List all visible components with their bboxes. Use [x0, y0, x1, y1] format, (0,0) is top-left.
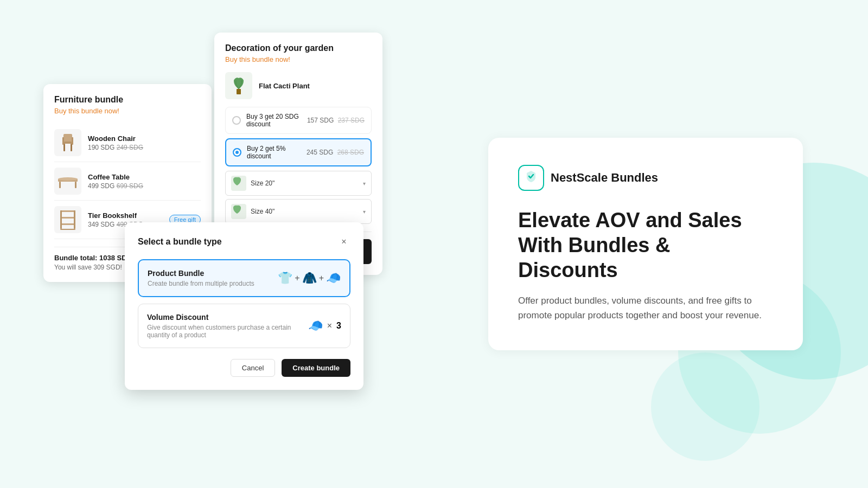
mockup-area: Furniture bundle Buy this bundle now! Wo… [0, 0, 423, 488]
furniture-buy-link[interactable]: Buy this bundle now! [54, 107, 201, 115]
heading-line-2: With Bundles & Discounts [518, 234, 670, 281]
garden-option-1[interactable]: Buy 3 get 20 SDG discount 157 SDG 237 SD… [225, 107, 372, 134]
table-image [54, 168, 81, 195]
product-bundle-name: Product Bundle [148, 269, 278, 278]
option-2-label: Buy 2 get 5% discount [247, 145, 307, 160]
plant-image [225, 72, 252, 99]
svg-rect-0 [63, 134, 72, 142]
info-card: NestScale Bundles Elevate AOV and Sales … [488, 138, 803, 350]
create-bundle-button[interactable]: Create bundle [282, 359, 350, 377]
product-bundle-info: Product Bundle Create bundle from multip… [148, 269, 278, 287]
multiply-icon: × [327, 321, 332, 331]
chair-image [54, 129, 81, 156]
modal-footer: Cancel Create bundle [138, 359, 350, 377]
product-bundle-option[interactable]: Product Bundle Create bundle from multip… [138, 259, 350, 297]
jacket-icon: 🧥 [302, 271, 317, 285]
table-price: 499 SDG 699 SDG [88, 182, 201, 190]
brand-logo [518, 165, 544, 191]
radio-1[interactable] [232, 116, 241, 125]
svg-rect-15 [60, 229, 75, 230]
hat-icon: 🧢 [326, 271, 341, 285]
svg-rect-2 [63, 144, 65, 151]
svg-rect-8 [75, 182, 76, 188]
product-row-table: Coffee Table 499 SDG 699 SDG [54, 162, 201, 201]
table-info: Coffee Table 499 SDG 699 SDG [88, 173, 201, 190]
chevron-down-icon: ▾ [363, 181, 366, 187]
svg-rect-12 [60, 223, 75, 225]
option-1-label: Buy 3 get 20 SDG discount [246, 113, 307, 128]
svg-rect-5 [72, 137, 73, 145]
cancel-button[interactable]: Cancel [231, 359, 275, 377]
garden-option-2[interactable]: Buy 2 get 5% discount 245 SDG 268 SDG [225, 138, 372, 166]
svg-rect-3 [71, 144, 72, 151]
volume-discount-icon: 🧢 × 3 [308, 319, 341, 333]
variant-row-1[interactable]: Size 20" ▾ [225, 171, 372, 196]
volume-discount-option[interactable]: Volume Discount Give discount when custo… [138, 304, 350, 348]
svg-rect-10 [60, 210, 75, 212]
svg-rect-13 [60, 210, 62, 229]
svg-rect-11 [60, 217, 75, 219]
chair-price: 190 SDG 249 SDG [88, 144, 201, 151]
product-bundle-icon: 👕 + 🧥 + 🧢 [278, 271, 341, 285]
tshirt-icon: 👕 [278, 271, 292, 285]
variant-2-image [231, 204, 246, 219]
plus-icon-2: + [319, 273, 324, 283]
volume-discount-info: Volume Discount Give discount when custo… [147, 313, 308, 339]
variant-1-image [231, 176, 246, 191]
quantity-number: 3 [336, 321, 341, 331]
product-row-chair: Wooden Chair 190 SDG 249 SDG [54, 124, 201, 162]
brand-name: NestScale Bundles [551, 171, 658, 185]
plant-name: Flat Cacti Plant [259, 82, 310, 90]
volume-discount-desc: Give discount when customers purchase a … [147, 324, 308, 339]
option-1-price: 157 SDG 237 SDG [307, 117, 365, 124]
table-name: Coffee Table [88, 173, 201, 181]
svg-rect-14 [74, 210, 75, 229]
option-2-price: 245 SDG 268 SDG [307, 149, 364, 156]
garden-buy-link[interactable]: Buy this bundle now! [225, 55, 372, 63]
bundle-type-modal: Select a bundle type × Product Bundle Cr… [125, 222, 363, 390]
volume-discount-name: Volume Discount [147, 313, 308, 322]
shelf-image [54, 206, 81, 233]
modal-title: Select a bundle type [138, 237, 222, 247]
chevron-down-icon-2: ▾ [363, 209, 366, 215]
variant-2-label: Size 40" [251, 208, 363, 215]
variant-1-label: Size 20" [251, 179, 363, 187]
info-panel: NestScale Bundles Elevate AOV and Sales … [423, 116, 868, 371]
variant-row-2[interactable]: Size 40" ▾ [225, 199, 372, 224]
radio-2[interactable] [233, 148, 241, 157]
furniture-card-title: Furniture bundle [54, 95, 201, 105]
chair-info: Wooden Chair 190 SDG 249 SDG [88, 134, 201, 151]
modal-header: Select a bundle type × [138, 235, 350, 248]
svg-point-9 [58, 177, 78, 181]
svg-rect-7 [59, 182, 61, 188]
plus-icon-1: + [295, 273, 299, 283]
garden-card-title: Decoration of your garden [225, 43, 372, 53]
product-bundle-desc: Create bundle from multiple products [148, 280, 278, 287]
brand-logo-icon [524, 169, 539, 187]
svg-rect-4 [62, 137, 64, 145]
hat-icon-2: 🧢 [308, 319, 323, 333]
main-container: Furniture bundle Buy this bundle now! Wo… [0, 0, 868, 488]
main-heading: Elevate AOV and Sales With Bundles & Dis… [518, 208, 773, 282]
brand-header: NestScale Bundles [518, 165, 773, 191]
chair-name: Wooden Chair [88, 134, 201, 143]
heading-line-1: Elevate AOV and Sales [518, 209, 742, 232]
svg-rect-16 [237, 89, 241, 94]
main-description: Offer product bundles, volume discounts,… [518, 293, 773, 323]
plant-row: Flat Cacti Plant [225, 72, 372, 99]
modal-close-button[interactable]: × [337, 235, 350, 248]
